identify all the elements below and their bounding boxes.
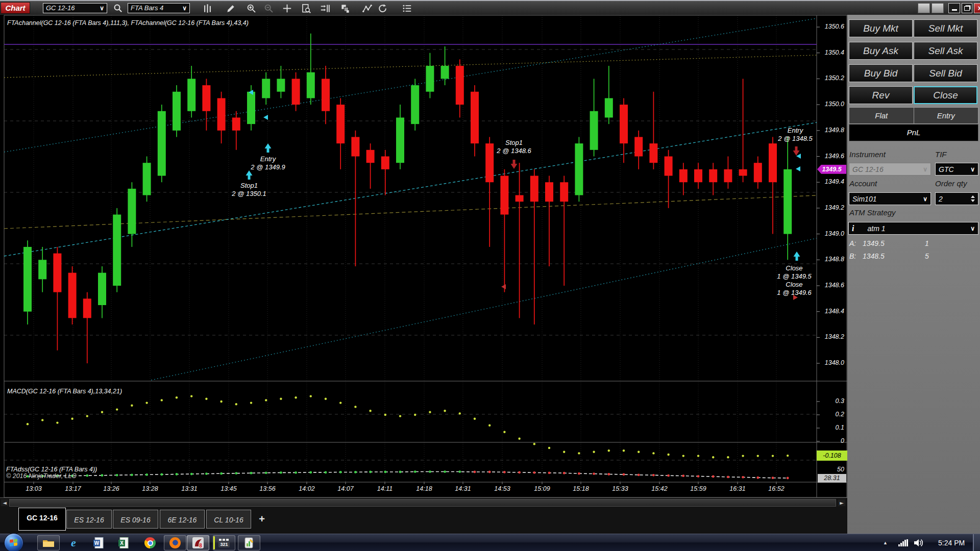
scroll-left-icon[interactable]: ◄ [1,499,8,506]
taskbar-item-excel[interactable]: X [112,535,135,550]
chart-background [0,15,847,534]
row-b-key: B: [849,252,856,260]
chevron-down-icon: ∨ [182,4,187,13]
search-icon[interactable] [112,3,124,14]
taskbar-item-chrome[interactable] [139,535,161,550]
info-icon: i [852,224,854,233]
tif-combo-value: GTC [939,164,954,175]
pencil-icon[interactable] [225,3,236,14]
chart-h-scrollbar[interactable]: ◄ ► [0,497,847,507]
windows-taskbar: e W X 8 321 ▲ [0,534,980,551]
taskbar-item-report-editor[interactable] [238,535,260,550]
stack-windows-icon[interactable] [339,3,351,14]
row-a-key: A: [849,239,856,247]
order-qty-stepper[interactable]: 2 [935,192,978,205]
data-box-icon[interactable] [300,3,311,14]
row-a-qty: 1 [925,239,929,247]
tif-combo[interactable]: GTC∨ [935,163,978,176]
instrument-selector[interactable]: GC 12-16∨ [43,3,107,13]
buy-ask-button[interactable]: Buy Ask [849,42,913,60]
list-icon[interactable] [401,3,412,14]
svg-text:X: X [120,540,124,546]
zoom-out-icon[interactable] [263,3,274,14]
chart-menu-button[interactable]: Chart [1,2,30,14]
chart-tab-bar: GC 12-16ES 12-16ES 09-166E 12-16CL 10-16… [0,507,847,534]
chevron-up-icon: ▲ [883,540,888,545]
tif-label: TIF [935,150,947,159]
account-combo[interactable]: Sim101∨ [849,192,931,205]
order-panel: Buy Mkt Sell Mkt Buy Ask Sell Ask Buy Bi… [847,15,980,534]
chart-bars-icon[interactable] [202,3,213,14]
account-label: Account [849,179,877,188]
taskbar-item-internet-explorer[interactable]: e [62,535,85,550]
ninjatrader-window: Chart GC 12-16∨ FTA Bars 4∨ × FTAchannel… [0,0,980,551]
excel-icon: X [118,537,129,548]
tab-cl-10-16[interactable]: CL 10-16 [206,510,251,529]
scroll-right-icon[interactable]: ► [838,499,845,506]
ie-icon: e [71,536,76,549]
add-tab-button[interactable]: + [255,510,268,528]
zoom-in-icon[interactable] [246,3,257,14]
taskbar-item-ninjatrader[interactable]: 8 [187,535,209,550]
order-qty-label: Order qty [935,179,967,188]
buy-bid-button[interactable]: Buy Bid [849,64,913,82]
reload-icon[interactable] [377,3,388,14]
clock[interactable]: 5:24 PM [938,534,965,551]
close-position-button[interactable]: Close [914,86,977,104]
period-selector[interactable]: FTA Bars 4∨ [128,3,190,13]
tab-es-12-16[interactable]: ES 12-16 [66,510,112,529]
mpc-321-icon: 321 [218,537,230,549]
rev-button[interactable]: Rev [849,86,913,104]
tab-es-09-16[interactable]: ES 09-16 [113,510,158,529]
taskbar-item-word[interactable]: W [87,535,110,550]
minimize-icon [952,9,957,11]
toolbar: Chart GC 12-16∨ FTA Bars 4∨ × [0,0,980,15]
instrument-combo[interactable]: GC 12-16∨ [849,163,931,176]
instrument-combo-value: GC 12-16 [852,164,884,175]
crosshair-icon[interactable] [281,3,292,14]
close-window-button[interactable]: × [974,3,980,13]
word-icon: W [93,537,104,548]
svg-text:8: 8 [199,543,202,548]
restore-button[interactable] [962,3,972,13]
ninjatrader-icon: 8 [192,537,204,549]
sell-bid-button[interactable]: Sell Bid [914,64,977,82]
tab-6e-12-16[interactable]: 6E 12-16 [160,510,205,529]
instrument-label: Instrument [849,150,886,159]
window-extra-button-1[interactable] [918,3,930,13]
taskbar-item-media-player-classic[interactable]: 321 [213,535,235,550]
scrollbar-thumb[interactable] [9,499,836,507]
atm-strategy-combo[interactable]: iatm 1 ∨ [848,222,978,235]
row-b-qty: 5 [925,252,929,260]
buy-mkt-button[interactable]: Buy Mkt [849,19,913,37]
sell-mkt-button[interactable]: Sell Mkt [914,19,977,37]
volume-icon[interactable] [914,534,924,551]
minimize-button[interactable] [948,3,960,13]
polyline-icon[interactable] [361,3,373,14]
chevron-down-icon: ∨ [100,4,104,13]
row-b-price: 1348.5 [863,252,885,260]
tray-show-hidden-icons[interactable]: ▲ [883,534,888,551]
instrument-selector-value: GC 12-16 [46,4,75,13]
svg-text:W: W [94,540,100,546]
spinner-icons[interactable] [971,195,975,202]
network-icon[interactable] [898,539,908,546]
start-button[interactable] [4,533,23,551]
sell-ask-button[interactable]: Sell Ask [914,42,977,60]
window-extra-button-2[interactable] [932,3,944,13]
taskbar-item-explorer[interactable] [37,535,60,550]
snap-mode-icon[interactable] [319,3,330,14]
show-desktop-button[interactable] [973,534,980,551]
svg-text:321: 321 [220,542,228,547]
tab-gc-12-16[interactable]: GC 12-16 [18,508,66,531]
row-a-price: 1349.5 [863,239,885,247]
chrome-icon [144,537,156,548]
report-editor-icon [244,537,254,548]
entry-cell: Entry [914,108,978,123]
account-combo-value: Sim101 [852,193,876,205]
chevron-down-icon: ∨ [923,193,927,205]
chevron-down-icon: ∨ [970,164,975,175]
atm-strategy-label: ATM Strategy [849,208,896,217]
taskbar-item-firefox[interactable] [164,535,186,550]
flat-cell: Flat [849,108,914,123]
